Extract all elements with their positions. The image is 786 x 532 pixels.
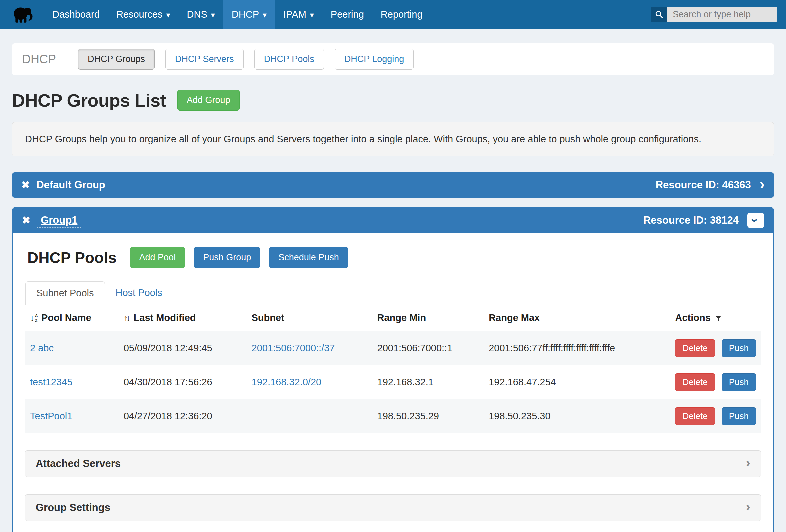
nav-item-ipam[interactable]: IPAM ▾ bbox=[275, 0, 322, 29]
filter-icon[interactable] bbox=[715, 315, 722, 322]
chevron-right-icon: › bbox=[746, 500, 750, 514]
chevron-right-icon: › bbox=[746, 456, 750, 470]
col-label: Last Modified bbox=[134, 312, 196, 323]
nav-item-label: DHCP bbox=[232, 9, 259, 20]
range-min-cell: 2001:506:7000::1 bbox=[372, 331, 484, 365]
group-settings-accordion[interactable]: Group Settings › bbox=[25, 494, 761, 521]
nav-item-dashboard[interactable]: Dashboard bbox=[44, 0, 108, 29]
nav-item-dns[interactable]: DNS ▾ bbox=[179, 0, 223, 29]
remove-group-icon[interactable]: ✖ bbox=[22, 215, 30, 225]
nav-item-label: Dashboard bbox=[52, 9, 100, 20]
col-pool-name[interactable]: ↓ A Z Pool Name bbox=[25, 305, 118, 331]
push-button[interactable]: Push bbox=[722, 407, 756, 425]
title-row: DHCP Groups List Add Group bbox=[12, 90, 774, 111]
sort-icon[interactable]: ↑↓ bbox=[124, 313, 129, 323]
resource-id: Resource ID: 38124 bbox=[643, 214, 739, 226]
subnet-link[interactable]: 192.168.32.0/20 bbox=[252, 377, 322, 387]
page-content: DHCP DHCP Groups DHCP Servers DHCP Pools… bbox=[0, 43, 786, 532]
tab-subnet-pools[interactable]: Subnet Pools bbox=[25, 281, 105, 305]
caret-down-icon: ▾ bbox=[263, 11, 267, 19]
search-button[interactable] bbox=[651, 7, 667, 22]
push-button[interactable]: Push bbox=[722, 339, 756, 357]
col-last-modified[interactable]: ↑↓Last Modified bbox=[118, 305, 246, 331]
group-name: Default Group bbox=[36, 179, 105, 191]
nav-item-label: DNS bbox=[187, 9, 207, 20]
description-panel: DHCP Groups help you to organize all of … bbox=[12, 122, 774, 156]
sort-alpha-icon[interactable]: ↓ A Z bbox=[30, 314, 38, 323]
resource-id-wrap: Resource ID: 38124 › bbox=[643, 213, 764, 228]
tab-dhcp-pools[interactable]: DHCP Pools bbox=[254, 49, 324, 70]
table-row: 2 abc 05/09/2018 12:49:45 2001:506:7000:… bbox=[25, 331, 761, 365]
dhcp-subnav-card: DHCP DHCP Groups DHCP Servers DHCP Pools… bbox=[12, 43, 774, 75]
range-max-cell: 2001:506:77ff:ffff:ffff:ffff:ffff:fffe bbox=[483, 331, 670, 365]
global-search bbox=[651, 7, 777, 22]
tab-dhcp-groups[interactable]: DHCP Groups bbox=[78, 49, 155, 70]
last-modified-cell: 04/30/2018 17:56:26 bbox=[118, 365, 246, 399]
col-range-max: Range Max bbox=[483, 305, 670, 331]
subnet-link[interactable]: 2001:506:7000::/37 bbox=[252, 343, 335, 353]
add-group-button[interactable]: Add Group bbox=[177, 90, 240, 111]
main-nav: Dashboard Resources ▾ DNS ▾ DHCP ▾ IPAM … bbox=[44, 0, 431, 29]
tab-dhcp-logging[interactable]: DHCP Logging bbox=[335, 49, 414, 70]
delete-button[interactable]: Delete bbox=[675, 407, 715, 425]
table-row: test12345 04/30/2018 17:56:26 192.168.32… bbox=[25, 365, 761, 399]
group-name-link[interactable]: Group1 bbox=[37, 213, 81, 228]
remove-group-icon[interactable]: ✖ bbox=[21, 180, 30, 190]
nav-item-peering[interactable]: Peering bbox=[322, 0, 372, 29]
subnet-pools-table: ↓ A Z Pool Name ↑↓Last Modified Subnet bbox=[25, 305, 761, 433]
push-group-button[interactable]: Push Group bbox=[194, 247, 260, 268]
resource-id: Resource ID: 46363 bbox=[656, 179, 751, 191]
delete-button[interactable]: Delete bbox=[675, 339, 715, 357]
col-label: Actions bbox=[675, 312, 710, 323]
collapse-toggle-button[interactable]: › bbox=[747, 213, 764, 228]
delete-button[interactable]: Delete bbox=[675, 373, 715, 391]
tab-host-pools[interactable]: Host Pools bbox=[105, 281, 173, 305]
group-section-group1: ✖ Group1 Resource ID: 38124 › DHCP Pools… bbox=[12, 207, 774, 532]
tab-dhcp-servers[interactable]: DHCP Servers bbox=[165, 49, 244, 70]
search-icon bbox=[655, 10, 664, 19]
nav-item-label: Resources bbox=[116, 9, 163, 20]
nav-item-label: Peering bbox=[331, 9, 364, 20]
pool-name-link[interactable]: test12345 bbox=[30, 377, 72, 387]
resource-id-wrap: Resource ID: 46363 › bbox=[656, 178, 765, 192]
brand-logo[interactable] bbox=[11, 3, 35, 25]
nav-item-label: Reporting bbox=[381, 9, 423, 20]
group-header-default-group[interactable]: ✖ Default Group Resource ID: 46363 › bbox=[12, 172, 774, 198]
range-min-cell: 192.168.32.1 bbox=[372, 365, 484, 399]
col-range-min: Range Min bbox=[372, 305, 484, 331]
pools-tabs: Subnet Pools Host Pools bbox=[25, 281, 761, 305]
pool-name-link[interactable]: TestPool1 bbox=[30, 411, 72, 421]
range-max-cell: 192.168.47.254 bbox=[483, 365, 670, 399]
group1-panel-body: DHCP Pools Add Pool Push Group Schedule … bbox=[13, 233, 773, 532]
col-label: Pool Name bbox=[41, 312, 91, 323]
col-label: Range Max bbox=[489, 312, 540, 323]
last-modified-cell: 04/27/2018 12:36:20 bbox=[118, 399, 246, 433]
schedule-push-button[interactable]: Schedule Push bbox=[269, 247, 348, 268]
pools-title: DHCP Pools bbox=[27, 249, 117, 267]
col-label: Range Min bbox=[377, 312, 426, 323]
col-actions: Actions bbox=[670, 305, 761, 331]
add-pool-button[interactable]: Add Pool bbox=[130, 247, 185, 268]
chevron-right-icon[interactable]: › bbox=[760, 176, 765, 192]
section-label: DHCP bbox=[22, 52, 56, 66]
group-header-group1[interactable]: ✖ Group1 Resource ID: 38124 › bbox=[13, 208, 773, 233]
pool-name-link[interactable]: 2 abc bbox=[30, 343, 54, 353]
search-input[interactable] bbox=[667, 7, 777, 22]
attached-servers-accordion[interactable]: Attached Servers › bbox=[25, 450, 761, 477]
accordion-label: Attached Servers bbox=[36, 458, 121, 470]
nav-item-dhcp[interactable]: DHCP ▾ bbox=[223, 0, 275, 29]
pools-header: DHCP Pools Add Pool Push Group Schedule … bbox=[25, 244, 761, 268]
top-navbar: Dashboard Resources ▾ DNS ▾ DHCP ▾ IPAM … bbox=[0, 0, 786, 29]
caret-down-icon: ▾ bbox=[310, 11, 314, 19]
table-row: TestPool1 04/27/2018 12:36:20 198.50.235… bbox=[25, 399, 761, 433]
last-modified-cell: 05/09/2018 12:49:45 bbox=[118, 331, 246, 365]
table-header-row: ↓ A Z Pool Name ↑↓Last Modified Subnet bbox=[25, 305, 761, 331]
nav-item-label: IPAM bbox=[283, 9, 306, 20]
nav-item-reporting[interactable]: Reporting bbox=[372, 0, 431, 29]
push-button[interactable]: Push bbox=[722, 373, 756, 391]
nav-item-resources[interactable]: Resources ▾ bbox=[108, 0, 179, 29]
col-label: Subnet bbox=[252, 312, 284, 323]
caret-down-icon: ▾ bbox=[166, 11, 170, 19]
caret-down-icon: ▾ bbox=[211, 11, 215, 19]
chevron-down-icon: › bbox=[749, 218, 761, 223]
